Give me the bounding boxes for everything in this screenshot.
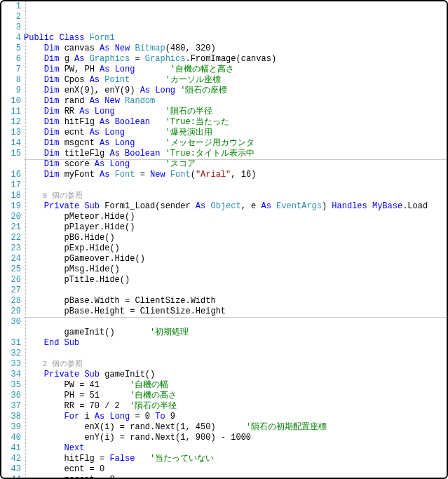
code-line[interactable]: PW = 41 '自機の幅 bbox=[24, 380, 447, 391]
code-line[interactable]: Dim myFont As Font = New Font("Arial", 1… bbox=[24, 170, 447, 180]
line-number: 19 bbox=[1, 201, 21, 212]
line-number bbox=[1, 328, 21, 338]
line-number: 24 bbox=[1, 254, 21, 264]
line-number: 32 bbox=[1, 349, 21, 359]
line-number: 29 bbox=[1, 306, 21, 317]
line-number: 33 bbox=[1, 359, 21, 370]
code-area[interactable]: Public Class Form1 Dim canvas As New Bit… bbox=[24, 1, 447, 478]
code-line[interactable] bbox=[24, 317, 447, 328]
line-number: 38 bbox=[1, 412, 21, 422]
code-line[interactable] bbox=[24, 349, 447, 359]
line-number: 41 bbox=[1, 443, 21, 454]
line-number: 20 bbox=[1, 212, 21, 222]
code-line[interactable]: Private Sub Form1_Load(sender As Object,… bbox=[24, 201, 447, 212]
line-number: 18 bbox=[1, 191, 21, 201]
line-number: 2 bbox=[1, 12, 21, 22]
line-number: 40 bbox=[1, 433, 21, 443]
line-number: 43 bbox=[1, 464, 21, 475]
line-number: 8 bbox=[1, 75, 21, 86]
code-line[interactable]: Dim canvas As New Bitmap(480, 320) bbox=[24, 43, 447, 54]
code-line[interactable]: msgcnt = 0 bbox=[24, 475, 447, 479]
line-number: 14 bbox=[1, 138, 21, 149]
line-number: 9 bbox=[1, 86, 21, 96]
line-number: 21 bbox=[1, 222, 21, 233]
code-line[interactable]: pMsg.Hide() bbox=[24, 264, 447, 275]
code-line[interactable]: Dim enX(9), enY(9) As Long '隕石の座標 bbox=[24, 86, 447, 96]
code-line[interactable]: pBG.Hide() bbox=[24, 233, 447, 243]
code-line[interactable]: For i As Long = 0 To 9 bbox=[24, 412, 447, 422]
line-number: 23 bbox=[1, 243, 21, 254]
line-number: 31 bbox=[1, 338, 21, 349]
code-line[interactable]: pBase.Height = ClientSize.Height bbox=[24, 306, 447, 317]
code-line[interactable]: Dim hitFlg As Boolean 'True:当たった bbox=[24, 117, 447, 128]
line-number: 36 bbox=[1, 391, 21, 401]
code-line[interactable]: Next bbox=[24, 443, 447, 454]
line-number: 4 bbox=[1, 33, 21, 43]
line-number: 3 bbox=[1, 22, 21, 33]
code-line[interactable]: Dim Cpos As Point 'カーソル座標 bbox=[24, 75, 447, 86]
line-number: 28 bbox=[1, 296, 21, 306]
code-line[interactable]: Dim rand As New Random bbox=[24, 96, 447, 107]
code-line[interactable]: End Sub bbox=[24, 338, 447, 349]
code-line[interactable] bbox=[24, 180, 447, 191]
line-number: 27 bbox=[1, 285, 21, 296]
line-number bbox=[1, 159, 21, 170]
line-number: 44 bbox=[1, 475, 21, 479]
code-line[interactable]: pPlayer.Hide() bbox=[24, 222, 447, 233]
line-number: 1 bbox=[1, 1, 21, 12]
line-number: 17 bbox=[1, 180, 21, 191]
code-line[interactable]: pMeteor.Hide() bbox=[24, 212, 447, 222]
line-number: 5 bbox=[1, 43, 21, 54]
code-line[interactable]: pTitle.Hide() bbox=[24, 275, 447, 285]
code-editor[interactable]: 1234567891011121314151617181920212223242… bbox=[0, 0, 448, 479]
line-number: 25 bbox=[1, 264, 21, 275]
code-line[interactable]: Dim score As Long 'スコア bbox=[24, 159, 447, 170]
code-line[interactable]: ecnt = 0 bbox=[24, 464, 447, 475]
code-line[interactable]: Dim PW, PH As Long '自機の幅と高さ bbox=[24, 65, 447, 75]
code-line[interactable]: Dim ecnt As Long '爆発演出用 bbox=[24, 128, 447, 138]
line-number: 22 bbox=[1, 233, 21, 243]
line-number: 12 bbox=[1, 117, 21, 128]
line-number: 15 bbox=[1, 149, 21, 159]
line-number: 39 bbox=[1, 422, 21, 433]
code-line[interactable]: PH = 51 '自機の高さ bbox=[24, 391, 447, 401]
code-line[interactable]: Public Class Form1 bbox=[24, 33, 447, 43]
code-line[interactable]: Private Sub gameInit() bbox=[24, 370, 447, 380]
section-divider bbox=[24, 159, 447, 160]
line-number: 30 bbox=[1, 317, 21, 328]
code-line[interactable]: 0 個の参照 bbox=[24, 191, 447, 201]
code-line[interactable]: RR = 70 / 2 '隕石の半径 bbox=[24, 401, 447, 412]
line-number: 6 bbox=[1, 54, 21, 65]
line-number: 13 bbox=[1, 128, 21, 138]
code-line[interactable]: Dim titleFlg As Boolean 'True:タイトル表示中 bbox=[24, 149, 447, 159]
section-divider bbox=[24, 317, 447, 318]
code-line[interactable]: Dim RR As Long '隕石の半径 bbox=[24, 107, 447, 117]
line-number: 42 bbox=[1, 454, 21, 464]
code-line[interactable]: enY(i) = rand.Next(1, 900) - 1000 bbox=[24, 433, 447, 443]
outline-guide bbox=[25, 1, 26, 478]
line-number: 35 bbox=[1, 380, 21, 391]
code-line[interactable]: pGameover.Hide() bbox=[24, 254, 447, 264]
line-number: 7 bbox=[1, 65, 21, 75]
code-line[interactable]: pBase.Width = ClientSize.Width bbox=[24, 296, 447, 306]
line-number: 10 bbox=[1, 96, 21, 107]
code-line[interactable] bbox=[24, 285, 447, 296]
line-number: 37 bbox=[1, 401, 21, 412]
line-number: 16 bbox=[1, 170, 21, 180]
code-line[interactable]: gameInit() '初期処理 bbox=[24, 328, 447, 338]
code-line[interactable]: hitFlg = False '当たっていない bbox=[24, 454, 447, 464]
line-number: 11 bbox=[1, 107, 21, 117]
line-number: 26 bbox=[1, 275, 21, 285]
line-number-gutter: 1234567891011121314151617181920212223242… bbox=[1, 1, 24, 478]
code-line[interactable]: Dim msgcnt As Long 'メッセージ用カウンタ bbox=[24, 138, 447, 149]
line-number: 34 bbox=[1, 370, 21, 380]
code-line[interactable]: enX(i) = rand.Next(1, 450) '隕石の初期配置座標 bbox=[24, 422, 447, 433]
code-line[interactable]: 2 個の参照 bbox=[24, 359, 447, 370]
code-line[interactable]: pExp.Hide() bbox=[24, 243, 447, 254]
code-line[interactable]: Dim g As Graphics = Graphics.FromImage(c… bbox=[24, 54, 447, 65]
